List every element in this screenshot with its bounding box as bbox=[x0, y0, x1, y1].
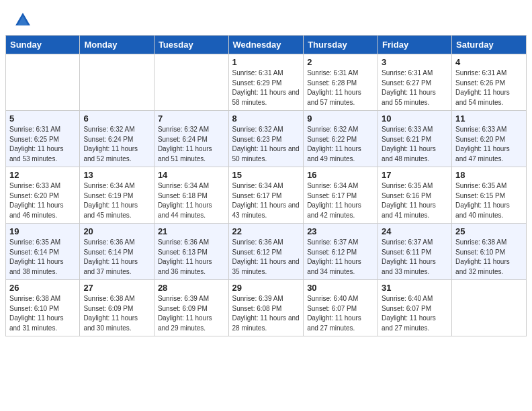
day-info: Sunrise: 6:33 AM Sunset: 6:20 PM Dayligh… bbox=[455, 125, 523, 164]
day-number: 23 bbox=[307, 226, 374, 236]
day-number: 7 bbox=[158, 113, 225, 124]
day-number: 28 bbox=[158, 283, 225, 293]
calendar-cell: 10Sunrise: 6:33 AM Sunset: 6:21 PM Dayli… bbox=[378, 111, 452, 167]
day-number: 17 bbox=[382, 170, 448, 180]
logo-icon bbox=[13, 11, 32, 30]
calendar-cell: 23Sunrise: 6:37 AM Sunset: 6:12 PM Dayli… bbox=[304, 224, 378, 280]
day-number: 30 bbox=[307, 283, 374, 293]
day-number: 29 bbox=[232, 283, 300, 293]
weekday-sunday: Sunday bbox=[6, 36, 80, 54]
day-info: Sunrise: 6:33 AM Sunset: 6:21 PM Dayligh… bbox=[382, 125, 448, 164]
day-info: Sunrise: 6:39 AM Sunset: 6:09 PM Dayligh… bbox=[158, 294, 225, 333]
calendar-cell: 4Sunrise: 6:31 AM Sunset: 6:26 PM Daylig… bbox=[452, 54, 527, 111]
calendar-cell: 7Sunrise: 6:32 AM Sunset: 6:24 PM Daylig… bbox=[154, 111, 228, 167]
calendar-cell: 16Sunrise: 6:34 AM Sunset: 6:17 PM Dayli… bbox=[304, 167, 378, 224]
day-number: 5 bbox=[9, 113, 76, 124]
day-info: Sunrise: 6:38 AM Sunset: 6:10 PM Dayligh… bbox=[9, 294, 76, 333]
calendar-cell: 21Sunrise: 6:36 AM Sunset: 6:13 PM Dayli… bbox=[154, 224, 228, 280]
calendar-cell: 2Sunrise: 6:31 AM Sunset: 6:28 PM Daylig… bbox=[304, 54, 378, 111]
day-info: Sunrise: 6:34 AM Sunset: 6:17 PM Dayligh… bbox=[307, 181, 374, 220]
day-info: Sunrise: 6:37 AM Sunset: 6:12 PM Dayligh… bbox=[307, 238, 374, 277]
day-number: 6 bbox=[83, 113, 150, 124]
week-row-3: 12Sunrise: 6:33 AM Sunset: 6:20 PM Dayli… bbox=[6, 167, 527, 224]
day-info: Sunrise: 6:31 AM Sunset: 6:25 PM Dayligh… bbox=[9, 125, 76, 164]
week-row-1: 1Sunrise: 6:31 AM Sunset: 6:29 PM Daylig… bbox=[6, 54, 527, 111]
day-info: Sunrise: 6:34 AM Sunset: 6:19 PM Dayligh… bbox=[83, 181, 150, 220]
calendar-cell: 24Sunrise: 6:37 AM Sunset: 6:11 PM Dayli… bbox=[378, 224, 452, 280]
day-number: 15 bbox=[232, 170, 300, 180]
calendar-cell: 31Sunrise: 6:40 AM Sunset: 6:07 PM Dayli… bbox=[378, 280, 452, 336]
day-number: 1 bbox=[232, 57, 300, 67]
calendar-cell: 5Sunrise: 6:31 AM Sunset: 6:25 PM Daylig… bbox=[6, 111, 80, 167]
day-number: 13 bbox=[83, 170, 150, 180]
day-info: Sunrise: 6:31 AM Sunset: 6:26 PM Dayligh… bbox=[455, 68, 523, 107]
week-row-5: 26Sunrise: 6:38 AM Sunset: 6:10 PM Dayli… bbox=[6, 280, 527, 336]
day-info: Sunrise: 6:35 AM Sunset: 6:15 PM Dayligh… bbox=[455, 181, 523, 220]
day-number: 20 bbox=[83, 226, 150, 236]
day-number: 11 bbox=[455, 113, 523, 124]
calendar-cell: 29Sunrise: 6:39 AM Sunset: 6:08 PM Dayli… bbox=[228, 280, 304, 336]
week-row-2: 5Sunrise: 6:31 AM Sunset: 6:25 PM Daylig… bbox=[6, 111, 527, 167]
calendar-cell: 25Sunrise: 6:38 AM Sunset: 6:10 PM Dayli… bbox=[452, 224, 527, 280]
calendar-cell: 1Sunrise: 6:31 AM Sunset: 6:29 PM Daylig… bbox=[228, 54, 304, 111]
calendar-cell: 13Sunrise: 6:34 AM Sunset: 6:19 PM Dayli… bbox=[80, 167, 154, 224]
weekday-monday: Monday bbox=[80, 36, 154, 54]
calendar-cell bbox=[452, 280, 527, 336]
calendar-cell: 14Sunrise: 6:34 AM Sunset: 6:18 PM Dayli… bbox=[154, 167, 228, 224]
day-info: Sunrise: 6:38 AM Sunset: 6:10 PM Dayligh… bbox=[455, 238, 523, 277]
day-number: 8 bbox=[232, 113, 300, 124]
day-info: Sunrise: 6:35 AM Sunset: 6:14 PM Dayligh… bbox=[9, 238, 76, 277]
day-info: Sunrise: 6:36 AM Sunset: 6:12 PM Dayligh… bbox=[232, 238, 300, 277]
day-number: 9 bbox=[307, 113, 374, 124]
day-number: 24 bbox=[382, 226, 448, 236]
day-number: 14 bbox=[158, 170, 225, 180]
calendar-cell: 20Sunrise: 6:36 AM Sunset: 6:14 PM Dayli… bbox=[80, 224, 154, 280]
day-info: Sunrise: 6:32 AM Sunset: 6:24 PM Dayligh… bbox=[158, 125, 225, 164]
day-number: 4 bbox=[455, 57, 523, 67]
day-info: Sunrise: 6:32 AM Sunset: 6:22 PM Dayligh… bbox=[307, 125, 374, 164]
calendar-wrapper: SundayMondayTuesdayWednesdayThursdayFrid… bbox=[0, 35, 532, 342]
calendar-cell: 27Sunrise: 6:38 AM Sunset: 6:09 PM Dayli… bbox=[80, 280, 154, 336]
day-info: Sunrise: 6:40 AM Sunset: 6:07 PM Dayligh… bbox=[307, 294, 374, 333]
day-info: Sunrise: 6:35 AM Sunset: 6:16 PM Dayligh… bbox=[382, 181, 448, 220]
day-info: Sunrise: 6:32 AM Sunset: 6:23 PM Dayligh… bbox=[232, 125, 300, 164]
logo bbox=[13, 11, 35, 30]
day-number: 22 bbox=[232, 226, 300, 236]
calendar-cell: 26Sunrise: 6:38 AM Sunset: 6:10 PM Dayli… bbox=[6, 280, 80, 336]
weekday-saturday: Saturday bbox=[452, 36, 527, 54]
calendar-cell: 9Sunrise: 6:32 AM Sunset: 6:22 PM Daylig… bbox=[304, 111, 378, 167]
weekday-tuesday: Tuesday bbox=[154, 36, 228, 54]
day-info: Sunrise: 6:31 AM Sunset: 6:29 PM Dayligh… bbox=[232, 68, 300, 107]
day-number: 2 bbox=[307, 57, 374, 67]
day-info: Sunrise: 6:31 AM Sunset: 6:28 PM Dayligh… bbox=[307, 68, 374, 107]
calendar-cell: 18Sunrise: 6:35 AM Sunset: 6:15 PM Dayli… bbox=[452, 167, 527, 224]
day-info: Sunrise: 6:38 AM Sunset: 6:09 PM Dayligh… bbox=[83, 294, 150, 333]
day-number: 12 bbox=[9, 170, 76, 180]
weekday-wednesday: Wednesday bbox=[228, 36, 304, 54]
day-info: Sunrise: 6:32 AM Sunset: 6:24 PM Dayligh… bbox=[83, 125, 150, 164]
day-number: 25 bbox=[455, 226, 523, 236]
calendar-cell: 22Sunrise: 6:36 AM Sunset: 6:12 PM Dayli… bbox=[228, 224, 304, 280]
day-info: Sunrise: 6:36 AM Sunset: 6:13 PM Dayligh… bbox=[158, 238, 225, 277]
day-info: Sunrise: 6:40 AM Sunset: 6:07 PM Dayligh… bbox=[382, 294, 448, 333]
day-info: Sunrise: 6:33 AM Sunset: 6:20 PM Dayligh… bbox=[9, 181, 76, 220]
day-number: 27 bbox=[83, 283, 150, 293]
calendar-cell: 11Sunrise: 6:33 AM Sunset: 6:20 PM Dayli… bbox=[452, 111, 527, 167]
calendar-cell: 15Sunrise: 6:34 AM Sunset: 6:17 PM Dayli… bbox=[228, 167, 304, 224]
day-number: 31 bbox=[382, 283, 448, 293]
calendar-cell: 12Sunrise: 6:33 AM Sunset: 6:20 PM Dayli… bbox=[6, 167, 80, 224]
day-number: 19 bbox=[9, 226, 76, 236]
day-info: Sunrise: 6:36 AM Sunset: 6:14 PM Dayligh… bbox=[83, 238, 150, 277]
calendar-cell bbox=[154, 54, 228, 111]
weekday-header-row: SundayMondayTuesdayWednesdayThursdayFrid… bbox=[6, 36, 527, 54]
day-number: 21 bbox=[158, 226, 225, 236]
day-info: Sunrise: 6:31 AM Sunset: 6:27 PM Dayligh… bbox=[382, 68, 448, 107]
calendar-cell: 19Sunrise: 6:35 AM Sunset: 6:14 PM Dayli… bbox=[6, 224, 80, 280]
day-number: 18 bbox=[455, 170, 523, 180]
day-info: Sunrise: 6:37 AM Sunset: 6:11 PM Dayligh… bbox=[382, 238, 448, 277]
calendar-cell: 3Sunrise: 6:31 AM Sunset: 6:27 PM Daylig… bbox=[378, 54, 452, 111]
calendar-cell: 30Sunrise: 6:40 AM Sunset: 6:07 PM Dayli… bbox=[304, 280, 378, 336]
day-number: 3 bbox=[382, 57, 448, 67]
calendar-cell: 8Sunrise: 6:32 AM Sunset: 6:23 PM Daylig… bbox=[228, 111, 304, 167]
calendar-cell: 6Sunrise: 6:32 AM Sunset: 6:24 PM Daylig… bbox=[80, 111, 154, 167]
